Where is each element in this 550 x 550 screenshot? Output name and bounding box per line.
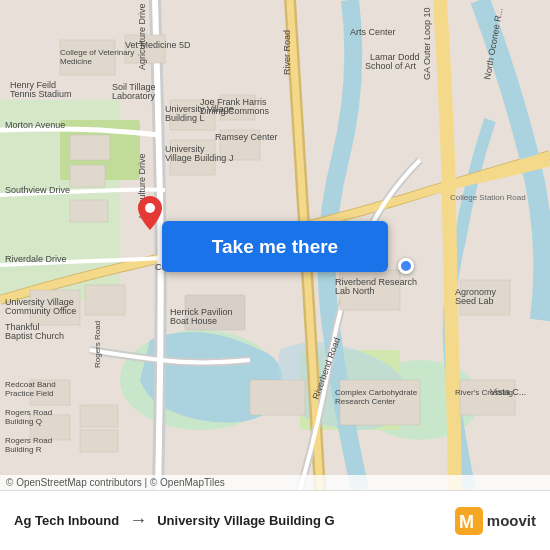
svg-rect-16: [85, 285, 125, 315]
map-attribution: © OpenStreetMap contributors | © OpenMap…: [0, 475, 550, 490]
destination-dot: [398, 258, 414, 274]
svg-text:Baptist Church: Baptist Church: [5, 331, 64, 341]
svg-text:GA Outer Loop 10: GA Outer Loop 10: [422, 7, 432, 80]
svg-text:Rogers Road: Rogers Road: [5, 436, 52, 445]
svg-text:Morton Avenue: Morton Avenue: [5, 120, 65, 130]
moovit-logo: M moovit: [455, 507, 536, 535]
svg-text:Research Center: Research Center: [335, 397, 396, 406]
svg-text:River's Crossing: River's Crossing: [455, 388, 513, 397]
moovit-text: moovit: [487, 512, 536, 529]
svg-text:Rogers Road: Rogers Road: [5, 408, 52, 417]
arrow-icon: →: [129, 510, 147, 531]
take-me-there-button[interactable]: Take me there: [162, 221, 388, 272]
svg-text:Vet Medicine 5D: Vet Medicine 5D: [125, 40, 191, 50]
svg-text:Redcoat Band: Redcoat Band: [5, 380, 56, 389]
moovit-icon: M: [455, 507, 483, 535]
svg-text:Boat House: Boat House: [170, 316, 217, 326]
svg-text:College of Veterinary: College of Veterinary: [60, 48, 134, 57]
svg-text:Community Office: Community Office: [5, 306, 76, 316]
svg-text:Village Building J: Village Building J: [165, 153, 233, 163]
svg-rect-25: [460, 380, 515, 415]
origin-label: Ag Tech Inbound: [14, 513, 119, 528]
svg-text:Dining Commons: Dining Commons: [200, 106, 270, 116]
svg-rect-20: [80, 430, 118, 452]
svg-text:Southview Drive: Southview Drive: [5, 185, 70, 195]
location-pin: [138, 196, 162, 226]
svg-text:Seed Lab: Seed Lab: [455, 296, 494, 306]
svg-text:Complex Carbohydrate: Complex Carbohydrate: [335, 388, 418, 397]
svg-rect-13: [70, 165, 105, 187]
svg-text:Practice Field: Practice Field: [5, 389, 53, 398]
svg-text:Arts Center: Arts Center: [350, 27, 396, 37]
svg-text:College Station Road: College Station Road: [450, 193, 526, 202]
svg-rect-19: [80, 405, 118, 427]
bottom-bar: Ag Tech Inbound → University Village Bui…: [0, 490, 550, 550]
svg-rect-23: [250, 380, 305, 415]
svg-text:Building R: Building R: [5, 445, 42, 454]
svg-point-76: [145, 203, 155, 213]
map-container: Morton Avenue Southview Drive Riverdale …: [0, 0, 550, 490]
svg-text:Medicine: Medicine: [60, 57, 93, 66]
destination-label: University Village Building G: [157, 513, 455, 528]
svg-text:School of Art: School of Art: [365, 61, 417, 71]
svg-text:Rogers Road: Rogers Road: [93, 321, 102, 368]
svg-rect-14: [70, 200, 108, 222]
svg-text:Agriculture Drive: Agriculture Drive: [137, 3, 147, 70]
svg-text:Riverdale Drive: Riverdale Drive: [5, 254, 67, 264]
svg-text:Tennis Stadium: Tennis Stadium: [10, 89, 72, 99]
svg-text:Lab North: Lab North: [335, 286, 375, 296]
svg-text:M: M: [459, 512, 474, 532]
svg-text:Laboratory: Laboratory: [112, 91, 156, 101]
svg-text:Building L: Building L: [165, 113, 205, 123]
svg-rect-12: [70, 135, 110, 160]
svg-text:Building Q: Building Q: [5, 417, 42, 426]
svg-text:River Road: River Road: [282, 30, 292, 75]
svg-text:Ramsey Center: Ramsey Center: [215, 132, 278, 142]
